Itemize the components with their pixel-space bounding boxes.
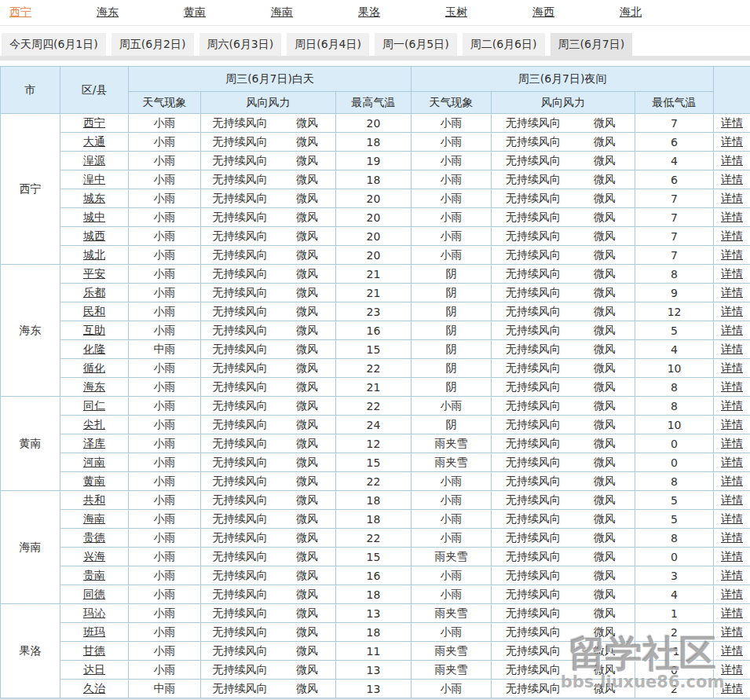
district-link[interactable]: 海南: [83, 512, 105, 525]
high-temp-cell: 13: [336, 680, 412, 698]
detail-link[interactable]: 详情: [721, 173, 743, 185]
district-link[interactable]: 久治: [83, 682, 105, 695]
detail-link[interactable]: 详情: [721, 531, 743, 544]
night-weather-cell: 小雨: [412, 114, 492, 133]
city-nav-link-玉树[interactable]: 玉树: [445, 5, 532, 20]
day-wind-power: 微风: [279, 531, 335, 545]
detail-link[interactable]: 详情: [721, 493, 743, 506]
district-link[interactable]: 平安: [83, 267, 105, 280]
detail-link[interactable]: 详情: [721, 663, 743, 676]
district-link[interactable]: 湟中: [83, 173, 105, 185]
district-link[interactable]: 共和: [83, 493, 105, 506]
day-wind-direction: 无持续风向: [201, 531, 279, 545]
high-temp-cell: 18: [336, 170, 412, 189]
district-link[interactable]: 玛沁: [83, 607, 105, 619]
night-wind-cell: 无持续风向微风: [492, 133, 635, 152]
detail-link[interactable]: 详情: [721, 550, 743, 563]
district-link[interactable]: 城东: [83, 192, 105, 204]
district-cell: 黄南: [60, 472, 129, 491]
detail-link[interactable]: 详情: [721, 286, 743, 299]
district-link[interactable]: 达日: [83, 663, 105, 676]
detail-link[interactable]: 详情: [721, 512, 743, 525]
detail-link[interactable]: 详情: [721, 588, 743, 600]
city-nav-link-海北[interactable]: 海北: [620, 5, 707, 20]
district-link[interactable]: 化隆: [83, 343, 105, 355]
detail-link[interactable]: 详情: [721, 116, 743, 129]
district-link[interactable]: 甘德: [83, 644, 105, 657]
detail-link[interactable]: 详情: [721, 343, 743, 355]
day-wind-direction: 无持续风向: [201, 286, 279, 300]
district-link[interactable]: 湟源: [83, 154, 105, 167]
detail-cell: 详情: [714, 623, 750, 642]
detail-link[interactable]: 详情: [721, 154, 743, 167]
date-tab[interactable]: 周五(6月2日): [112, 33, 194, 56]
district-link[interactable]: 西宁: [83, 116, 105, 129]
day-wind-power: 微风: [279, 550, 335, 564]
detail-link[interactable]: 详情: [721, 456, 743, 468]
detail-link[interactable]: 详情: [721, 475, 743, 487]
night-wind-power: 微风: [575, 229, 635, 244]
detail-link[interactable]: 详情: [721, 569, 743, 581]
district-link[interactable]: 民和: [83, 305, 105, 317]
low-temp-cell: 8: [635, 472, 714, 491]
district-link[interactable]: 黄南: [83, 475, 105, 487]
detail-link[interactable]: 详情: [721, 248, 743, 261]
detail-link[interactable]: 详情: [721, 267, 743, 280]
district-link[interactable]: 城西: [83, 229, 105, 242]
night-wind-power: 微风: [575, 154, 635, 168]
detail-link[interactable]: 详情: [721, 361, 743, 374]
detail-link[interactable]: 详情: [721, 305, 743, 317]
district-link[interactable]: 贵德: [83, 531, 105, 544]
city-nav-link-海西[interactable]: 海西: [532, 5, 620, 20]
detail-cell: 详情: [714, 453, 750, 472]
city-nav-link-西宁[interactable]: 西宁: [9, 5, 97, 20]
district-link[interactable]: 河南: [83, 456, 105, 468]
district-link[interactable]: 城中: [83, 211, 105, 223]
detail-link[interactable]: 详情: [721, 324, 743, 336]
night-wind-cell: 无持续风向微风: [492, 114, 635, 133]
detail-link[interactable]: 详情: [721, 229, 743, 242]
detail-link[interactable]: 详情: [721, 135, 743, 148]
district-link[interactable]: 班玛: [83, 625, 105, 638]
district-link[interactable]: 泽库: [83, 437, 105, 449]
city-nav-link-果洛[interactable]: 果洛: [358, 5, 445, 20]
district-link[interactable]: 尖扎: [83, 418, 105, 431]
district-link[interactable]: 同仁: [83, 399, 105, 412]
date-tab-selected[interactable]: 周三(6月7日): [551, 33, 633, 56]
low-temp-cell: 0: [635, 548, 714, 566]
detail-link[interactable]: 详情: [721, 607, 743, 619]
district-link[interactable]: 海东: [83, 380, 105, 393]
date-tab[interactable]: 今天周四(6月1日): [2, 33, 106, 56]
date-tab[interactable]: 周日(6月4日): [287, 33, 369, 56]
detail-link[interactable]: 详情: [721, 644, 743, 657]
date-tab[interactable]: 周二(6月6日): [463, 33, 545, 56]
district-link[interactable]: 贵南: [83, 569, 105, 581]
detail-link[interactable]: 详情: [721, 380, 743, 393]
district-link[interactable]: 城北: [83, 248, 105, 261]
night-wind-cell: 无持续风向微风: [492, 566, 635, 585]
district-link[interactable]: 同德: [83, 588, 105, 600]
detail-link[interactable]: 详情: [721, 418, 743, 431]
date-tab[interactable]: 周六(6月3日): [199, 33, 282, 56]
district-link[interactable]: 乐都: [83, 286, 105, 299]
detail-link[interactable]: 详情: [721, 211, 743, 223]
detail-link[interactable]: 详情: [721, 192, 743, 204]
district-link[interactable]: 循化: [83, 361, 105, 374]
district-link[interactable]: 大通: [83, 135, 105, 148]
low-temp-cell: 5: [635, 491, 714, 510]
detail-link[interactable]: 详情: [721, 682, 743, 695]
detail-link[interactable]: 详情: [721, 625, 743, 638]
detail-link[interactable]: 详情: [721, 437, 743, 449]
district-link[interactable]: 兴海: [83, 550, 105, 563]
city-nav-link-黄南[interactable]: 黄南: [184, 5, 271, 20]
city-nav-link-海南[interactable]: 海南: [271, 5, 358, 20]
low-temp-cell: 6: [635, 170, 714, 189]
city-nav-link-海东[interactable]: 海东: [97, 5, 184, 20]
district-link[interactable]: 互助: [83, 324, 105, 336]
night-wind-power: 微风: [575, 192, 635, 206]
date-tab[interactable]: 周一(6月5日): [375, 33, 457, 56]
night-wind-direction: 无持续风向: [492, 192, 575, 206]
low-temp-cell: 10: [635, 359, 714, 378]
detail-link[interactable]: 详情: [721, 399, 743, 412]
table-row: 黄南小雨无持续风向微风22小雨无持续风向微风8详情: [1, 472, 750, 491]
